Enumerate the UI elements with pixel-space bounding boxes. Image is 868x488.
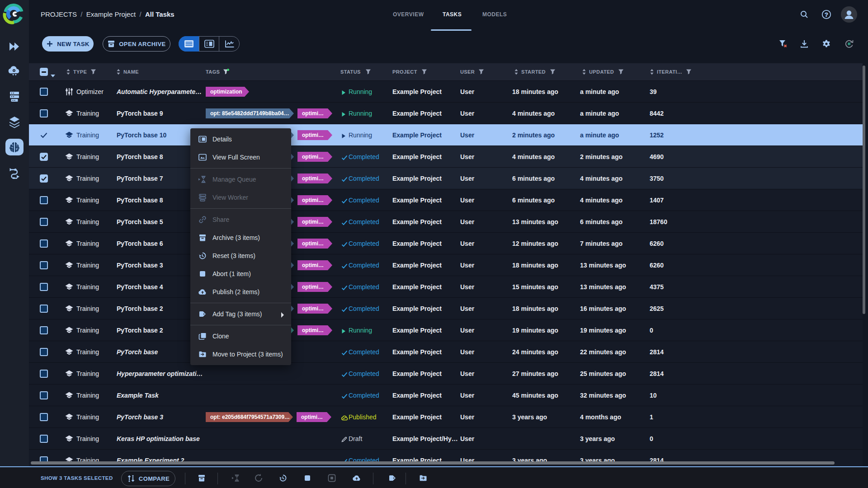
svg-text:?: ? [825, 11, 828, 18]
